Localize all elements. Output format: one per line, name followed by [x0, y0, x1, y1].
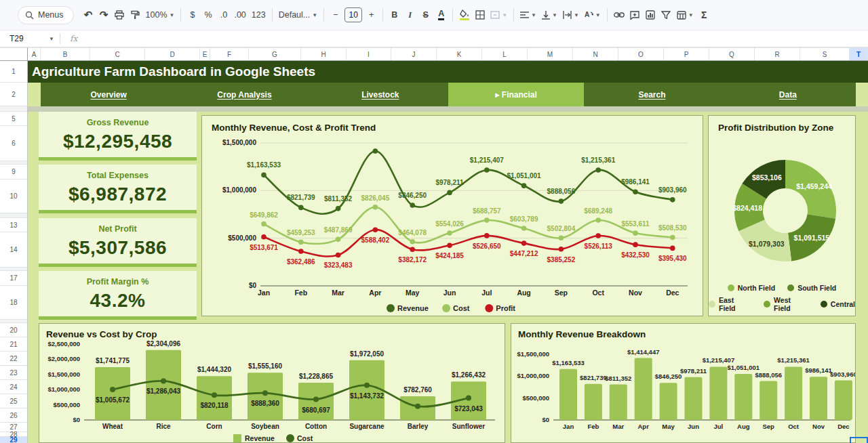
zoom-select[interactable]: 100%▼	[143, 6, 178, 24]
column-header-R[interactable]: R	[755, 48, 800, 60]
fill-color-button[interactable]	[456, 6, 472, 24]
increase-font-size-button[interactable]: +	[363, 6, 379, 24]
increase-decimal-button[interactable]: .00	[231, 6, 248, 24]
google-sheets-window: Menus ↶ ↷ 100%▼ $ % .0 .00 123 Defaul...…	[0, 0, 868, 443]
formula-input[interactable]	[77, 30, 868, 47]
strikethrough-button[interactable]: S	[418, 6, 433, 24]
donut-legend-row: North FieldSouth Field	[709, 284, 855, 292]
row-header-13[interactable]: 13	[0, 218, 27, 232]
chart-monthly-trend[interactable]: Monthly Revenue, Cost & Profit Trend $0$…	[201, 115, 703, 316]
divider	[28, 106, 868, 112]
row-header-17[interactable]: 17	[0, 271, 27, 286]
chart-revenue-vs-cost-by-crop[interactable]: Revenue vs Cost by Crop $0$500,000$1,000…	[39, 323, 505, 443]
column-header-N[interactable]: N	[573, 48, 618, 60]
font-size-input[interactable]: 10	[344, 7, 362, 22]
svg-text:Barley: Barley	[408, 423, 429, 430]
row-header-1[interactable]: 1	[0, 61, 27, 83]
spreadsheet-canvas[interactable]: Agriculture Farm Dashboard in Google She…	[28, 61, 868, 443]
text-wrap-button[interactable]: ▼	[560, 6, 582, 24]
svg-text:$500,000: $500,000	[522, 394, 549, 402]
svg-text:$1,228,865: $1,228,865	[299, 373, 333, 380]
row-header-25[interactable]: 25	[0, 394, 27, 408]
column-header-T[interactable]: T	[850, 48, 868, 60]
insert-comment-button[interactable]	[627, 6, 643, 24]
legend-dot-icon	[728, 284, 734, 291]
svg-text:$888,056: $888,056	[547, 188, 576, 195]
font-select[interactable]: Defaul...▼	[276, 6, 320, 24]
column-header-D[interactable]: D	[145, 48, 200, 60]
insert-chart-button[interactable]	[643, 6, 658, 24]
row-header-23[interactable]: 23	[0, 366, 27, 380]
create-filter-button[interactable]	[658, 6, 674, 24]
format-percent-button[interactable]: %	[200, 6, 216, 24]
text-color-button[interactable]: A	[433, 6, 449, 24]
merge-cells-button[interactable]: ▼	[488, 6, 510, 24]
vertical-align-button[interactable]: ▼	[539, 6, 560, 24]
column-header-E[interactable]: E	[200, 48, 210, 60]
functions-button[interactable]: Σ	[696, 6, 712, 24]
row-header-6[interactable]: 6	[0, 126, 27, 161]
format-currency-button[interactable]: $	[184, 6, 200, 24]
column-header-F[interactable]: F	[210, 48, 249, 60]
undo-button[interactable]: ↶	[81, 6, 96, 24]
svg-text:$1,266,432: $1,266,432	[452, 371, 486, 379]
row-header-18[interactable]: 18	[0, 286, 27, 320]
redo-button[interactable]: ↷	[96, 6, 112, 24]
column-header-Q[interactable]: Q	[709, 48, 755, 60]
decrease-font-size-button[interactable]: −	[328, 6, 343, 24]
svg-text:Apr: Apr	[369, 289, 381, 297]
active-cell-T29[interactable]	[850, 437, 868, 443]
decrease-decimal-button[interactable]: .0	[216, 6, 231, 24]
column-header-G[interactable]: G	[249, 48, 301, 60]
row-header-26[interactable]: 26	[0, 408, 27, 423]
tab-data[interactable]: Data	[720, 83, 856, 106]
row-header-24[interactable]: 24	[0, 380, 27, 394]
select-all-corner[interactable]	[0, 47, 28, 61]
tab-financial[interactable]: ▸ Financial	[448, 83, 584, 106]
row-header-5[interactable]: 5	[0, 112, 27, 126]
tab-crop-analysis[interactable]: Crop Analysis	[176, 83, 312, 106]
bold-button[interactable]: B	[387, 6, 402, 24]
column-header-H[interactable]: H	[301, 48, 347, 60]
name-box[interactable]: T29 ▼	[0, 34, 60, 43]
column-header-L[interactable]: L	[482, 48, 528, 60]
row-header-21[interactable]: 21	[0, 337, 27, 352]
tab-search[interactable]: Search	[584, 83, 719, 106]
row-header-10[interactable]: 10	[0, 180, 27, 213]
italic-button[interactable]: I	[402, 6, 418, 24]
chevron-down-icon: ▼	[552, 12, 557, 18]
chart-title: Profit Distribution by Zone	[709, 116, 855, 133]
row-header-22[interactable]: 22	[0, 352, 27, 366]
column-header-K[interactable]: K	[437, 48, 482, 60]
column-header-S[interactable]: S	[800, 48, 850, 60]
column-header-J[interactable]: J	[391, 48, 437, 60]
more-formats-button[interactable]: 123	[249, 6, 269, 24]
column-header-M[interactable]: M	[528, 48, 573, 60]
tab-overview[interactable]: Overview	[41, 83, 176, 106]
horizontal-align-button[interactable]: ▼	[517, 6, 539, 24]
text-rotation-button[interactable]: A ▼	[582, 6, 604, 24]
row-header-29[interactable]: 29	[0, 437, 27, 443]
print-button[interactable]	[112, 6, 127, 24]
column-header-B[interactable]: B	[41, 48, 90, 60]
column-header-C[interactable]: C	[90, 48, 145, 60]
column-header-P[interactable]: P	[664, 48, 709, 60]
table-views-button[interactable]: ▼	[674, 6, 696, 24]
row-header-20[interactable]: 20	[0, 323, 27, 337]
chart-monthly-revenue-breakdown[interactable]: Monthly Revenue Breakdown $0$500,000$1,0…	[511, 323, 856, 443]
svg-text:$1,163,533: $1,163,533	[552, 359, 585, 366]
chart-profit-by-zone[interactable]: Profit Distribution by Zone $1,459,244$1…	[708, 115, 856, 316]
row-header-9[interactable]: 9	[0, 165, 27, 180]
column-header-O[interactable]: O	[618, 48, 664, 60]
column-header-A[interactable]: A	[28, 48, 41, 60]
insert-link-button[interactable]	[611, 6, 627, 24]
menus-search[interactable]: Menus	[18, 6, 74, 24]
row-header-2[interactable]: 2	[0, 83, 27, 106]
row-header-14[interactable]: 14	[0, 232, 27, 268]
borders-button[interactable]	[472, 6, 488, 24]
column-header-I[interactable]: I	[347, 48, 391, 60]
chart-title: Monthly Revenue Breakdown	[511, 324, 855, 339]
paint-format-button[interactable]	[127, 6, 143, 24]
tab-livestock[interactable]: Livestock	[313, 83, 448, 106]
kpi-card-total-expenses: Total Expenses$6,987,872	[39, 165, 197, 213]
